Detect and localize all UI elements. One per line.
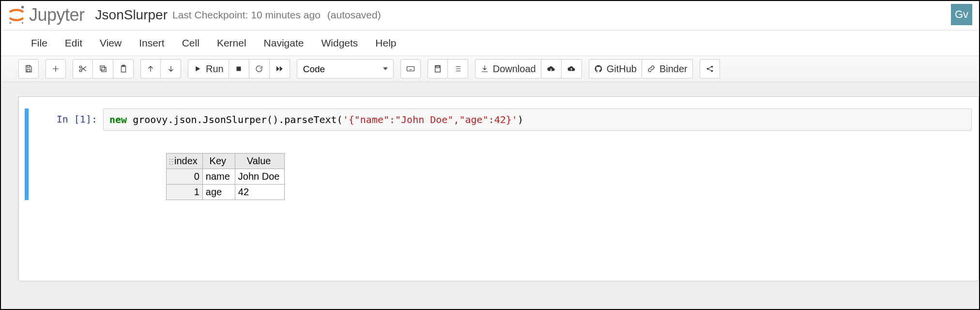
svg-rect-14 [436, 66, 440, 68]
download-icon [480, 64, 489, 73]
notebook-work-area: In [1]: new groovy.json.JsonSlurper().pa… [1, 82, 979, 310]
code-input[interactable]: new groovy.json.JsonSlurper().parseText(… [103, 108, 972, 131]
scissors-icon [78, 64, 87, 73]
table-header-row: index Key Value [167, 154, 285, 169]
cut-button[interactable] [73, 59, 93, 78]
copy-icon [99, 64, 107, 73]
cell-value: 42 [235, 185, 285, 200]
menu-help[interactable]: Help [375, 37, 396, 49]
menubar: File Edit View Insert Cell Kernel Naviga… [1, 31, 979, 56]
input-row: In [1]: new groovy.json.JsonSlurper().pa… [31, 108, 972, 131]
binder-label: Binder [659, 63, 688, 75]
output-prompt-spacer [31, 153, 103, 200]
jupyter-wordmark: Jupyter [29, 5, 85, 25]
input-prompt: In [1]: [31, 108, 103, 125]
menu-cell[interactable]: Cell [182, 37, 199, 49]
arrow-down-icon [167, 64, 175, 73]
svg-point-0 [21, 6, 24, 8]
github-label: GitHub [607, 63, 637, 75]
github-icon [594, 64, 603, 73]
github-button[interactable]: GitHub [589, 59, 642, 78]
svg-rect-3 [27, 65, 30, 67]
cell-index: 1 [167, 185, 203, 200]
menu-file[interactable]: File [31, 37, 47, 49]
share-icon [705, 64, 714, 73]
jupyter-logo[interactable]: Jupyter [8, 5, 85, 25]
save-button[interactable] [18, 59, 39, 78]
download-button[interactable]: Download [475, 59, 541, 78]
checkpoint-text: Last Checkpoint: 10 minutes ago [172, 9, 321, 21]
link-icon [647, 64, 656, 73]
menu-navigate[interactable]: Navigate [264, 37, 304, 49]
cell-key: age [202, 185, 235, 200]
kernel-badge[interactable]: Gv [951, 4, 972, 25]
restart-button[interactable] [249, 59, 270, 78]
grip-icon [168, 158, 173, 165]
run-label: Run [206, 63, 224, 75]
code-cell[interactable]: In [1]: new groovy.json.JsonSlurper().pa… [19, 108, 979, 200]
cell-body: In [1]: new groovy.json.JsonSlurper().pa… [31, 108, 979, 200]
header-bar: Jupyter JsonSlurper Last Checkpoint: 10 … [1, 1, 979, 31]
svg-rect-12 [407, 67, 414, 71]
cell-index: 0 [167, 169, 203, 185]
code-string: '{"name":"John Doe","age":42}' [343, 114, 518, 125]
cell-selection-marker [25, 108, 29, 200]
calculator-icon [433, 64, 442, 73]
clipboard-icon [119, 64, 128, 73]
output-block: index Key Value 0 name John Doe 1 [31, 153, 972, 200]
menu-insert[interactable]: Insert [139, 37, 165, 49]
calc-button[interactable] [428, 59, 448, 78]
svg-point-1 [9, 22, 11, 24]
cloud-upload-icon [567, 64, 576, 73]
share-button[interactable] [700, 59, 720, 78]
menu-view[interactable]: View [100, 37, 122, 49]
autosave-text: (autosaved) [327, 9, 381, 21]
code-mid: groovy.json.JsonSlurper().parseText( [127, 114, 343, 125]
list-button[interactable] [448, 59, 468, 78]
interrupt-button[interactable] [229, 59, 249, 78]
svg-rect-11 [237, 67, 241, 71]
move-up-button[interactable] [140, 59, 161, 78]
save-icon [24, 64, 33, 73]
paste-button[interactable] [113, 59, 134, 78]
svg-rect-8 [100, 66, 105, 70]
list-icon [453, 64, 462, 73]
cell-value: John Doe [235, 169, 285, 185]
fast-forward-icon [275, 64, 284, 73]
toolbar: Run Code Download [1, 56, 979, 82]
svg-point-5 [79, 66, 82, 68]
refresh-icon [255, 64, 263, 73]
copy-button[interactable] [93, 59, 113, 78]
cloud-download-icon [547, 64, 555, 73]
menu-widgets[interactable]: Widgets [321, 37, 358, 49]
notebook-container: In [1]: new groovy.json.JsonSlurper().pa… [18, 96, 979, 280]
restart-run-all-button[interactable] [270, 59, 290, 78]
download-label: Download [493, 63, 536, 75]
notebook-title[interactable]: JsonSlurper [95, 7, 168, 23]
menu-edit[interactable]: Edit [65, 37, 82, 49]
svg-point-2 [22, 22, 23, 24]
svg-point-6 [79, 70, 82, 72]
svg-rect-4 [27, 69, 30, 72]
menu-kernel[interactable]: Kernel [217, 37, 246, 49]
cell-key: name [202, 169, 235, 185]
header-index: index [167, 154, 203, 169]
run-button[interactable]: Run [188, 59, 229, 78]
binder-button[interactable]: Binder [642, 59, 693, 78]
cell-type-select[interactable]: Code [297, 59, 394, 78]
stop-icon [234, 64, 243, 73]
header-key: Key [202, 154, 235, 169]
jupyter-planet-icon [8, 5, 25, 25]
keyboard-icon [406, 64, 415, 73]
table-row: 0 name John Doe [167, 169, 285, 185]
cloud-download-button[interactable] [541, 59, 562, 78]
move-down-button[interactable] [161, 59, 181, 78]
code-keyword: new [109, 114, 127, 125]
play-icon [193, 64, 202, 73]
insert-cell-button[interactable] [46, 59, 66, 78]
cloud-upload-button[interactable] [562, 59, 582, 78]
svg-rect-7 [102, 67, 106, 72]
header-value: Value [235, 154, 285, 169]
table-row: 1 age 42 [167, 185, 285, 200]
command-palette-button[interactable] [400, 59, 421, 78]
